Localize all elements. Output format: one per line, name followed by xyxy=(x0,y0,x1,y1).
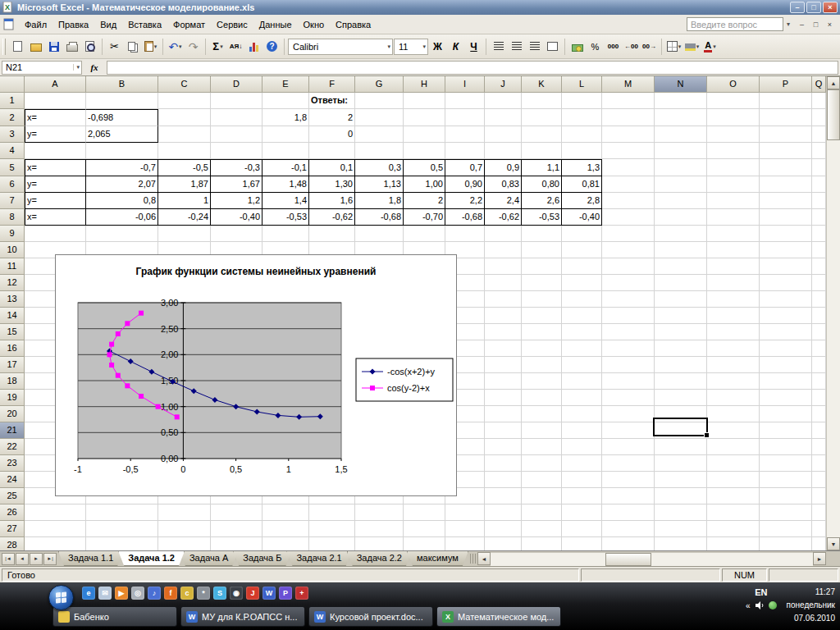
cell-A7[interactable]: y= xyxy=(25,193,86,209)
cell-H9[interactable] xyxy=(404,226,445,242)
cell-L14[interactable] xyxy=(562,308,602,324)
row-header-2[interactable]: 2 xyxy=(0,109,25,126)
menu-item-3[interactable]: Вид xyxy=(94,16,122,33)
cell-K17[interactable] xyxy=(522,357,562,373)
cell-O23[interactable] xyxy=(707,455,760,472)
cell-P24[interactable] xyxy=(760,472,812,488)
workbook-minimize-button[interactable]: – xyxy=(796,19,808,30)
cell-N5[interactable] xyxy=(655,159,707,176)
cell-H8[interactable]: -0,70 xyxy=(404,209,445,226)
cell-partial-14[interactable] xyxy=(812,308,826,324)
row-header-23[interactable]: 23 xyxy=(0,455,25,472)
column-header-P[interactable]: P xyxy=(760,76,812,93)
cell-G6[interactable]: 1,13 xyxy=(355,176,404,193)
cell-K2[interactable] xyxy=(522,109,562,126)
column-header-E[interactable]: E xyxy=(262,76,309,93)
cell-A9[interactable] xyxy=(25,226,86,242)
cell-L3[interactable] xyxy=(562,126,602,143)
cell-L9[interactable] xyxy=(562,226,602,242)
cell-J16[interactable] xyxy=(485,340,522,357)
cell-H4[interactable] xyxy=(404,143,445,159)
cell-P15[interactable] xyxy=(760,324,812,340)
cell-M4[interactable] xyxy=(602,143,655,159)
close-button[interactable]: × xyxy=(823,2,838,13)
cell-partial-18[interactable] xyxy=(812,373,826,390)
borders-button[interactable]: ▾ xyxy=(665,38,682,56)
cell-E8[interactable]: -0,53 xyxy=(262,209,309,226)
cell-A1[interactable] xyxy=(25,93,86,109)
cell-C6[interactable]: 1,87 xyxy=(158,176,211,193)
cell-partial-13[interactable] xyxy=(812,291,826,308)
row-header-12[interactable]: 12 xyxy=(0,275,25,291)
cell-A2[interactable]: x= xyxy=(25,109,86,126)
sheet-tab-1[interactable]: Задача 1.1 xyxy=(58,551,123,566)
cell-M3[interactable] xyxy=(602,126,655,143)
cell-J13[interactable] xyxy=(485,291,522,308)
cell-partial-2[interactable] xyxy=(812,109,826,126)
cell-O19[interactable] xyxy=(707,390,760,406)
cell-E2[interactable]: 1,8 xyxy=(262,109,309,126)
cell-K13[interactable] xyxy=(522,291,562,308)
cell-I27[interactable] xyxy=(445,521,485,537)
cell-P9[interactable] xyxy=(760,226,812,242)
cell-K23[interactable] xyxy=(522,455,562,472)
cell-N25[interactable] xyxy=(655,488,707,504)
cell-A26[interactable] xyxy=(25,504,86,521)
cell-P7[interactable] xyxy=(760,193,812,209)
scroll-left-button[interactable]: ◄ xyxy=(477,552,491,565)
sheet-tab-7[interactable]: максимум xyxy=(407,551,468,566)
redo-button[interactable]: ↷ xyxy=(185,38,202,56)
percent-button[interactable]: % xyxy=(587,38,604,56)
cell-I6[interactable]: 0,90 xyxy=(445,176,485,193)
cell-A28[interactable] xyxy=(25,537,86,550)
chrome-icon[interactable]: c xyxy=(180,587,194,600)
cell-J26[interactable] xyxy=(485,504,522,521)
row-header-4[interactable]: 4 xyxy=(0,143,25,159)
cell-partial-28[interactable] xyxy=(812,537,826,550)
first-sheet-button[interactable]: |◄ xyxy=(2,553,15,565)
cell-K28[interactable] xyxy=(522,537,562,550)
cell-H26[interactable] xyxy=(404,504,445,521)
cell-O5[interactable] xyxy=(707,159,760,176)
cell-J21[interactable] xyxy=(485,422,522,439)
cell-O14[interactable] xyxy=(707,308,760,324)
cell-K6[interactable]: 0,80 xyxy=(522,176,562,193)
language-indicator[interactable]: EN xyxy=(755,587,767,597)
borders-dropdown-icon[interactable]: ▾ xyxy=(678,43,682,50)
cell-I9[interactable] xyxy=(445,226,485,242)
cell-P19[interactable] xyxy=(760,390,812,406)
cell-I7[interactable]: 2,2 xyxy=(445,193,485,209)
cell-N28[interactable] xyxy=(655,537,707,550)
align-right-button[interactable] xyxy=(526,38,543,56)
cell-N26[interactable] xyxy=(655,504,707,521)
cell-L13[interactable] xyxy=(562,291,602,308)
cell-C2[interactable] xyxy=(158,109,211,126)
cell-M12[interactable] xyxy=(602,275,655,291)
menu-item-7[interactable]: Данные xyxy=(253,16,298,33)
decrease-decimal-button[interactable]: 00→ xyxy=(641,38,658,56)
cell-J28[interactable] xyxy=(485,537,522,550)
workbook-restore-button[interactable]: □ xyxy=(810,19,822,30)
cell-P28[interactable] xyxy=(760,537,812,550)
cell-C27[interactable] xyxy=(158,521,211,537)
cell-B6[interactable]: 2,07 xyxy=(86,176,158,193)
row-header-27[interactable]: 27 xyxy=(0,521,25,537)
cell-L22[interactable] xyxy=(562,439,602,455)
vertical-scrollbar[interactable]: ▲ ▼ xyxy=(826,76,840,550)
taskbar-window-1[interactable]: Бабенко xyxy=(52,606,177,627)
cell-L7[interactable]: 2,8 xyxy=(562,193,602,209)
cell-G3[interactable] xyxy=(355,126,404,143)
font-color-button[interactable]: А▾ xyxy=(701,38,719,56)
cell-E7[interactable]: 1,4 xyxy=(262,193,309,209)
cell-F3[interactable]: 0 xyxy=(309,126,355,143)
row-header-16[interactable]: 16 xyxy=(0,340,25,357)
settings-icon[interactable]: * xyxy=(197,587,210,600)
cell-N14[interactable] xyxy=(655,308,707,324)
cell-L19[interactable] xyxy=(562,390,602,406)
menu-item-2[interactable]: Правка xyxy=(52,16,94,33)
cell-P8[interactable] xyxy=(760,209,812,226)
cell-P17[interactable] xyxy=(760,357,812,373)
fill-color-button[interactable]: ▾ xyxy=(683,38,701,56)
row-header-22[interactable]: 22 xyxy=(0,439,25,455)
question-dropdown-icon[interactable]: ▾ xyxy=(787,21,790,28)
